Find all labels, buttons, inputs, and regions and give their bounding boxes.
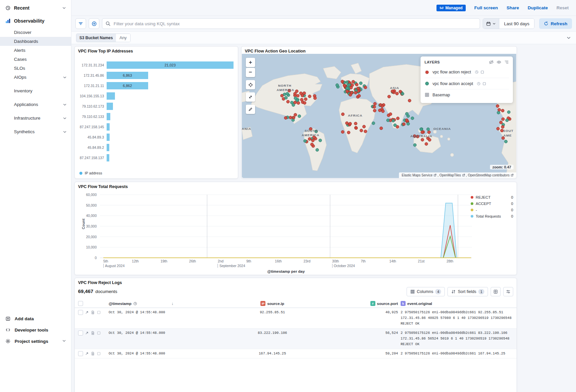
row-checkbox[interactable]: [78, 351, 83, 356]
filter-s3-bucket-names[interactable]: S3 Bucket Names Any: [76, 34, 131, 42]
zoom-in-button[interactable]: +: [246, 58, 255, 67]
sidebar-item-applications[interactable]: Applications: [0, 100, 71, 109]
sidebar-item-alerts[interactable]: Alerts: [0, 46, 71, 55]
bar-value-label: 21,023: [164, 63, 176, 67]
bar[interactable]: [107, 123, 110, 131]
legend-item[interactable]: -0: [471, 207, 513, 213]
layer-row-basemap[interactable]: Basemap: [425, 89, 509, 100]
bar-row: 172.31.45.866,863: [77, 70, 235, 80]
bar[interactable]: 21,023: [107, 61, 234, 69]
sidebar-item-slos[interactable]: SLOs: [0, 64, 71, 73]
expand-row-icon[interactable]: [85, 351, 89, 356]
layer-order-icon[interactable]: [504, 60, 509, 64]
reset-button[interactable]: Reset: [556, 5, 569, 10]
zoom-out-button[interactable]: −: [246, 68, 255, 77]
sidebar-item-project-settings[interactable]: Project settings: [0, 336, 71, 347]
compare-document-icon[interactable]: [97, 310, 101, 315]
legend-item[interactable]: Total Requests0: [471, 213, 513, 219]
layer-row-vpc-flow-action-reject[interactable]: vpc flow action reject: [425, 66, 509, 78]
top-ips-chart[interactable]: 172.31.31.23421,023172.31.45.866,863172.…: [77, 60, 235, 163]
duplicate-button[interactable]: Duplicate: [528, 5, 548, 10]
row-settings-button[interactable]: [503, 287, 513, 296]
view-document-icon[interactable]: [91, 351, 95, 356]
sidebar-item-inventory[interactable]: Inventory: [0, 86, 71, 95]
saved-query-menu-button[interactable]: [75, 18, 86, 29]
locate-button[interactable]: [246, 80, 255, 89]
svg-text:OCEANIA: OCEANIA: [433, 127, 451, 131]
fullscreen-button[interactable]: Full screen: [474, 5, 498, 10]
draw-tools-button[interactable]: [246, 105, 255, 114]
bar[interactable]: [107, 113, 110, 120]
search-input[interactable]: [102, 18, 480, 29]
attribution-link[interactable]: Elastic Maps Service: [402, 173, 436, 177]
map-canvas[interactable]: NORTHAMERICASOUTHAMERICAAFRICAASIAOCEANI…: [242, 54, 516, 178]
managed-badge[interactable]: Managed: [436, 5, 466, 11]
dashboard-content: VPC Flow Top IP Addresses 172.31.31.2342…: [71, 44, 576, 392]
calendar-icon: [486, 21, 491, 26]
legend-dot: [471, 202, 473, 205]
x-tick-label: 5thAugust 2024: [103, 259, 125, 268]
eye-icon[interactable]: [497, 60, 501, 64]
bar[interactable]: 6,863: [107, 72, 148, 79]
row-checkbox[interactable]: [78, 331, 83, 336]
app-root: Recent Observability DiscoverDashboardsA…: [0, 0, 576, 392]
attribution-link[interactable]: OpenStreetMap contributors: [468, 173, 514, 177]
bar-category-label: 172.31.45.86: [77, 73, 107, 77]
sidebar-item-developer-tools[interactable]: Developer tools: [0, 324, 71, 336]
legend-item[interactable]: ACCEPT0: [471, 200, 513, 207]
bar-row: 79.110.62.133: [77, 111, 235, 122]
sidebar-item-recent[interactable]: Recent: [0, 0, 71, 14]
refresh-button[interactable]: Refresh: [539, 18, 572, 29]
calendar-button[interactable]: [483, 19, 499, 29]
legend-item[interactable]: REJECT0: [471, 194, 513, 200]
filter-collapse-chevron-icon[interactable]: [566, 35, 571, 41]
expand-row-icon[interactable]: [85, 331, 89, 335]
view-document-icon[interactable]: [91, 331, 95, 335]
bar-category-label: 172.31.21.11: [77, 84, 107, 88]
time-range-button[interactable]: Last 90 days: [499, 19, 534, 29]
sidebar-item-infrastructure[interactable]: Infrastructure: [0, 114, 71, 123]
bar-row: 45.84.89.3: [77, 132, 235, 142]
sidebar-item-dashboards[interactable]: Dashboards: [0, 37, 71, 46]
eye-off-icon[interactable]: [489, 60, 494, 64]
legend-dot: [471, 196, 473, 199]
sidebar-item-cases[interactable]: Cases: [0, 55, 71, 64]
columns-button[interactable]: Columns 4: [407, 287, 445, 296]
column-header-source-port[interactable]: #source.port: [371, 301, 398, 306]
display-options-button[interactable]: [491, 287, 501, 296]
layer-row-vpc-flow-action-accept[interactable]: vpc flow action accept: [425, 78, 509, 89]
sort-direction-icon[interactable]: ↓: [171, 301, 173, 306]
sidebar-item-add-data[interactable]: Add data: [0, 313, 71, 324]
gear-icon: [5, 339, 11, 344]
bar[interactable]: 6,862: [107, 82, 148, 89]
bar[interactable]: [107, 103, 113, 110]
view-document-icon[interactable]: [91, 310, 95, 315]
bar[interactable]: [107, 154, 109, 161]
compare-document-icon[interactable]: [97, 351, 101, 356]
sort-fields-button[interactable]: Sort fields 1: [447, 287, 488, 296]
bar[interactable]: [107, 92, 115, 100]
expand-map-button[interactable]: [246, 92, 255, 102]
row-checkbox[interactable]: [78, 310, 83, 315]
add-filter-button[interactable]: [89, 18, 99, 29]
column-header-timestamp[interactable]: @timestamp↓: [109, 301, 173, 306]
bar[interactable]: [107, 144, 109, 151]
expand-row-icon[interactable]: [85, 310, 89, 315]
column-header-source-ip[interactable]: IPsource.ip: [176, 301, 369, 306]
attribution-link[interactable]: OpenMapTiles: [439, 173, 465, 177]
sidebar-solution-observability[interactable]: Observability: [0, 14, 71, 28]
x-axis-labels: 5thAugust 202412th19th26th2ndSeptember 2…: [100, 259, 477, 269]
bar-legend-item[interactable]: IP address: [79, 171, 102, 175]
column-header-event-original[interactable]: kevent.original: [401, 301, 513, 306]
sidebar-item-aiops[interactable]: AIOps: [0, 73, 71, 82]
sidebar-item-discover[interactable]: Discover: [0, 28, 71, 37]
compare-document-icon[interactable]: [97, 331, 101, 335]
x-tick-label: 21st: [418, 259, 425, 263]
share-button[interactable]: Share: [507, 5, 519, 10]
select-all-checkbox[interactable]: [78, 301, 83, 306]
bar[interactable]: [107, 134, 110, 141]
line-chart[interactable]: [100, 195, 472, 258]
sidebar-item-synthetics[interactable]: Synthetics: [0, 127, 71, 136]
svg-text:AMERICA: AMERICA: [277, 88, 294, 92]
search-icon: [105, 21, 111, 26]
